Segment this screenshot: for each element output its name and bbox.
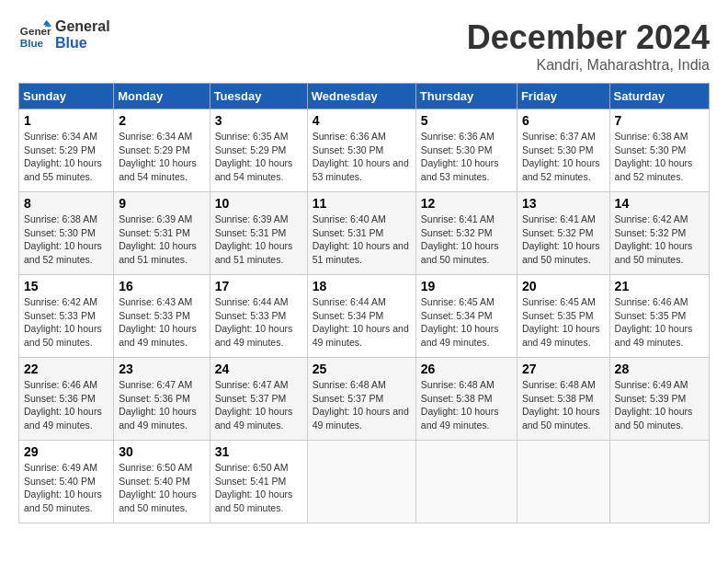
day-number: 10 xyxy=(215,196,302,211)
day-cell-12: 12 Sunrise: 6:41 AMSunset: 5:32 PMDaylig… xyxy=(415,192,517,275)
day-info: Sunrise: 6:45 AMSunset: 5:34 PMDaylight:… xyxy=(421,296,499,348)
day-info: Sunrise: 6:42 AMSunset: 5:33 PMDaylight:… xyxy=(24,296,102,348)
day-cell-19: 19 Sunrise: 6:45 AMSunset: 5:34 PMDaylig… xyxy=(415,275,517,358)
day-number: 13 xyxy=(522,196,605,211)
day-info: Sunrise: 6:46 AMSunset: 5:36 PMDaylight:… xyxy=(24,379,102,431)
day-cell-16: 16 Sunrise: 6:43 AMSunset: 5:33 PMDaylig… xyxy=(114,275,210,358)
calendar-week-row: 29 Sunrise: 6:49 AMSunset: 5:40 PMDaylig… xyxy=(19,441,710,523)
day-cell-3: 3 Sunrise: 6:35 AMSunset: 5:29 PMDayligh… xyxy=(210,109,307,192)
day-info: Sunrise: 6:39 AMSunset: 5:31 PMDaylight:… xyxy=(119,213,197,265)
day-cell-14: 14 Sunrise: 6:42 AMSunset: 5:32 PMDaylig… xyxy=(609,192,709,275)
day-cell-20: 20 Sunrise: 6:45 AMSunset: 5:35 PMDaylig… xyxy=(517,275,609,358)
day-info: Sunrise: 6:41 AMSunset: 5:32 PMDaylight:… xyxy=(522,213,600,265)
empty-cell xyxy=(307,441,415,523)
day-cell-1: 1 Sunrise: 6:34 AMSunset: 5:29 PMDayligh… xyxy=(19,109,114,192)
day-info: Sunrise: 6:46 AMSunset: 5:35 PMDaylight:… xyxy=(615,296,693,348)
day-info: Sunrise: 6:38 AMSunset: 5:30 PMDaylight:… xyxy=(24,213,102,265)
day-info: Sunrise: 6:42 AMSunset: 5:32 PMDaylight:… xyxy=(615,213,693,265)
day-number: 23 xyxy=(119,362,204,376)
header-thursday: Thursday xyxy=(415,84,517,109)
day-number: 26 xyxy=(421,362,512,376)
day-cell-13: 13 Sunrise: 6:41 AMSunset: 5:32 PMDaylig… xyxy=(517,192,609,275)
empty-cell xyxy=(609,441,709,523)
day-info: Sunrise: 6:44 AMSunset: 5:34 PMDaylight:… xyxy=(313,296,409,348)
day-number: 21 xyxy=(615,279,704,293)
day-info: Sunrise: 6:47 AMSunset: 5:36 PMDaylight:… xyxy=(119,379,197,431)
day-number: 8 xyxy=(24,196,108,211)
day-info: Sunrise: 6:34 AMSunset: 5:29 PMDaylight:… xyxy=(24,131,102,182)
day-number: 11 xyxy=(313,196,411,211)
header-sunday: Sunday xyxy=(19,84,114,109)
day-info: Sunrise: 6:47 AMSunset: 5:37 PMDaylight:… xyxy=(215,379,293,431)
day-cell-26: 26 Sunrise: 6:48 AMSunset: 5:38 PMDaylig… xyxy=(415,358,517,441)
day-number: 5 xyxy=(421,113,512,128)
day-number: 31 xyxy=(215,444,302,459)
day-cell-21: 21 Sunrise: 6:46 AMSunset: 5:35 PMDaylig… xyxy=(609,275,709,358)
day-info: Sunrise: 6:50 AMSunset: 5:41 PMDaylight:… xyxy=(215,462,293,513)
calendar-week-row: 15 Sunrise: 6:42 AMSunset: 5:33 PMDaylig… xyxy=(19,275,710,358)
day-number: 25 xyxy=(313,362,411,376)
day-number: 15 xyxy=(24,279,108,293)
logo-icon: General Blue xyxy=(18,18,51,52)
header-friday: Friday xyxy=(517,84,609,109)
day-cell-8: 8 Sunrise: 6:38 AMSunset: 5:30 PMDayligh… xyxy=(19,192,114,275)
day-number: 14 xyxy=(615,196,704,211)
day-cell-5: 5 Sunrise: 6:36 AMSunset: 5:30 PMDayligh… xyxy=(415,109,517,192)
calendar-week-row: 8 Sunrise: 6:38 AMSunset: 5:30 PMDayligh… xyxy=(19,192,710,275)
day-info: Sunrise: 6:41 AMSunset: 5:32 PMDaylight:… xyxy=(421,213,499,265)
header-wednesday: Wednesday xyxy=(307,84,415,109)
day-number: 2 xyxy=(119,113,204,128)
day-info: Sunrise: 6:48 AMSunset: 5:37 PMDaylight:… xyxy=(313,379,409,431)
day-number: 17 xyxy=(215,279,302,293)
day-info: Sunrise: 6:36 AMSunset: 5:30 PMDaylight:… xyxy=(313,131,409,182)
day-info: Sunrise: 6:48 AMSunset: 5:38 PMDaylight:… xyxy=(421,379,499,431)
header-tuesday: Tuesday xyxy=(210,84,307,109)
day-info: Sunrise: 6:38 AMSunset: 5:30 PMDaylight:… xyxy=(615,131,693,182)
day-number: 4 xyxy=(313,113,411,128)
day-info: Sunrise: 6:39 AMSunset: 5:31 PMDaylight:… xyxy=(215,213,293,265)
day-cell-30: 30 Sunrise: 6:50 AMSunset: 5:40 PMDaylig… xyxy=(114,441,210,523)
day-cell-31: 31 Sunrise: 6:50 AMSunset: 5:41 PMDaylig… xyxy=(210,441,307,523)
day-cell-17: 17 Sunrise: 6:44 AMSunset: 5:33 PMDaylig… xyxy=(210,275,307,358)
day-number: 30 xyxy=(119,444,204,459)
day-number: 22 xyxy=(24,362,108,376)
day-cell-23: 23 Sunrise: 6:47 AMSunset: 5:36 PMDaylig… xyxy=(114,358,210,441)
day-info: Sunrise: 6:34 AMSunset: 5:29 PMDaylight:… xyxy=(119,131,197,182)
day-number: 24 xyxy=(215,362,302,376)
day-number: 1 xyxy=(24,113,108,128)
day-cell-22: 22 Sunrise: 6:46 AMSunset: 5:36 PMDaylig… xyxy=(19,358,114,441)
day-info: Sunrise: 6:45 AMSunset: 5:35 PMDaylight:… xyxy=(522,296,600,348)
day-info: Sunrise: 6:35 AMSunset: 5:29 PMDaylight:… xyxy=(215,131,293,182)
day-number: 16 xyxy=(119,279,204,293)
day-number: 9 xyxy=(119,196,204,211)
header-monday: Monday xyxy=(114,84,210,109)
day-info: Sunrise: 6:49 AMSunset: 5:40 PMDaylight:… xyxy=(24,462,102,513)
logo-line2: Blue xyxy=(55,35,110,52)
weekday-header-row: Sunday Monday Tuesday Wednesday Thursday… xyxy=(19,84,710,109)
day-cell-29: 29 Sunrise: 6:49 AMSunset: 5:40 PMDaylig… xyxy=(19,441,114,523)
day-number: 7 xyxy=(615,113,704,128)
calendar-table: Sunday Monday Tuesday Wednesday Thursday… xyxy=(18,83,710,523)
calendar-subtitle: Kandri, Maharashtra, India xyxy=(467,57,710,74)
logo: General Blue General Blue xyxy=(18,18,110,52)
svg-text:Blue: Blue xyxy=(20,37,44,49)
day-number: 20 xyxy=(522,279,605,293)
day-info: Sunrise: 6:37 AMSunset: 5:30 PMDaylight:… xyxy=(522,131,600,182)
day-number: 6 xyxy=(522,113,605,128)
calendar-week-row: 22 Sunrise: 6:46 AMSunset: 5:36 PMDaylig… xyxy=(19,358,710,441)
empty-cell xyxy=(517,441,609,523)
day-cell-18: 18 Sunrise: 6:44 AMSunset: 5:34 PMDaylig… xyxy=(307,275,415,358)
day-info: Sunrise: 6:50 AMSunset: 5:40 PMDaylight:… xyxy=(119,462,197,513)
day-cell-25: 25 Sunrise: 6:48 AMSunset: 5:37 PMDaylig… xyxy=(307,358,415,441)
day-info: Sunrise: 6:40 AMSunset: 5:31 PMDaylight:… xyxy=(313,213,409,265)
header-saturday: Saturday xyxy=(609,84,709,109)
day-cell-11: 11 Sunrise: 6:40 AMSunset: 5:31 PMDaylig… xyxy=(307,192,415,275)
day-cell-9: 9 Sunrise: 6:39 AMSunset: 5:31 PMDayligh… xyxy=(114,192,210,275)
day-number: 3 xyxy=(215,113,302,128)
day-info: Sunrise: 6:49 AMSunset: 5:39 PMDaylight:… xyxy=(615,379,693,431)
day-cell-4: 4 Sunrise: 6:36 AMSunset: 5:30 PMDayligh… xyxy=(307,109,415,192)
day-cell-28: 28 Sunrise: 6:49 AMSunset: 5:39 PMDaylig… xyxy=(609,358,709,441)
empty-cell xyxy=(415,441,517,523)
day-number: 12 xyxy=(421,196,512,211)
title-area: December 2024 Kandri, Maharashtra, India xyxy=(467,18,710,74)
